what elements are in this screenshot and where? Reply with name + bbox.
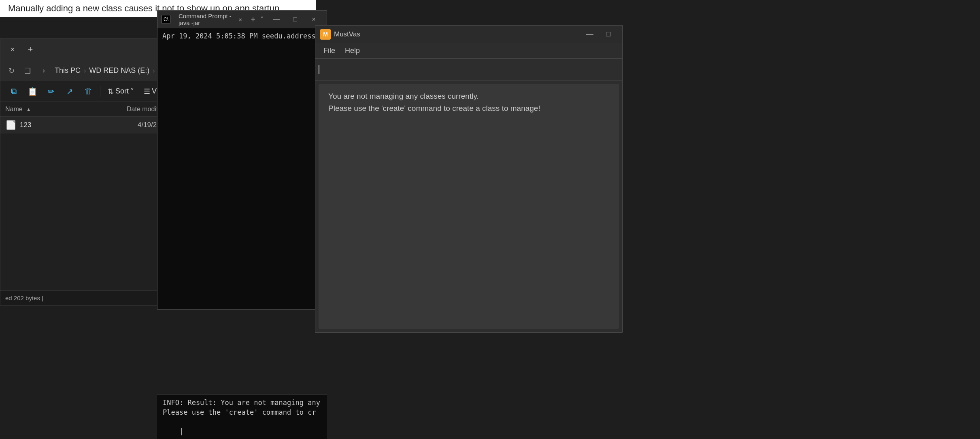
mustvas-titlebar: M MustVas — □ [315, 25, 622, 43]
close-icon: × [312, 16, 315, 23]
cmd-dropdown-icon: ˅ [260, 16, 264, 23]
cmd-tab[interactable]: Command Prompt - java -jar × [174, 11, 249, 28]
cmd-bottom-cursor: | [163, 418, 321, 439]
cmd-tab-title: Command Prompt - java -jar [179, 13, 235, 26]
cmd-close-tab-button[interactable]: × [237, 15, 244, 24]
view-icon: ☰ [144, 87, 150, 96]
mustvas-content-area: You are not managing any classes current… [319, 84, 619, 329]
toolbar-paste-button[interactable]: 📋 [24, 83, 41, 100]
nav-up-button[interactable]: ❑ [21, 64, 34, 78]
cmd-window: C\ Command Prompt - java -jar × + ˅ — □ … [157, 10, 327, 310]
name-col-label: Name [5, 106, 23, 112]
mustvas-message-line1: You are not managing any classes current… [328, 92, 609, 101]
nav-icon: ❑ [24, 66, 31, 75]
cmd-titlebar: C\ Command Prompt - java -jar × + ˅ — □ … [157, 11, 327, 28]
mustvas-window: M MustVas — □ File Help You are not mana… [315, 25, 623, 333]
sort-label: Sort [115, 87, 129, 95]
mustvas-input-area [315, 59, 622, 81]
copy-to-icon: ⧉ [11, 87, 17, 96]
file-type-icon [5, 119, 17, 131]
cmd-new-tab-icon: + [251, 15, 255, 24]
cmd-cursor-icon: | [179, 427, 183, 435]
file-name-cell: 123 [20, 121, 138, 129]
toolbar-copy-to-button[interactable]: ⧉ [5, 83, 22, 100]
maximize-icon: □ [606, 30, 611, 38]
close-icon: × [11, 45, 15, 54]
refresh-icon: ↻ [9, 66, 15, 75]
minimize-icon: — [273, 16, 280, 23]
cmd-close-tab-icon: × [238, 16, 242, 23]
nav-forward-button[interactable]: › [37, 64, 51, 78]
toolbar-sort-button[interactable]: ⇅ Sort ˅ [104, 83, 138, 100]
cmd-window-controls: — □ × [268, 12, 323, 27]
add-tab-icon: + [28, 44, 33, 55]
cmd-maximize-button[interactable]: □ [286, 12, 304, 27]
file-explorer-close-button[interactable]: × [5, 42, 20, 57]
mustvas-command-input[interactable] [319, 64, 619, 75]
mustvas-window-controls: — □ [581, 27, 617, 42]
cmd-content: Apr 19, 2024 5:05:38 PM seedu.address [157, 28, 327, 309]
forward-icon: › [43, 66, 45, 75]
mustvas-maximize-button[interactable]: □ [599, 27, 617, 42]
breadcrumb-sep-1: › [84, 67, 86, 74]
cmd-minimize-button[interactable]: — [268, 12, 285, 27]
cmd-new-tab-button[interactable]: + [249, 13, 257, 25]
sort-chevron-icon: ˅ [130, 87, 134, 96]
toolbar-divider [100, 86, 100, 97]
mustvas-title: MustVas [334, 30, 581, 38]
maximize-icon: □ [293, 16, 297, 23]
toolbar-delete-button[interactable]: 🗑 [80, 83, 97, 100]
breadcrumb-sep-2: › [153, 67, 155, 74]
toolbar-share-button[interactable]: ↗ [61, 83, 78, 100]
col-name-header[interactable]: Name ▲ [5, 106, 127, 113]
breadcrumb-wd-red[interactable]: WD RED NAS (E:) [87, 66, 151, 76]
rename-icon: ✏ [48, 87, 55, 96]
sort-arrow-icon: ▲ [26, 106, 31, 112]
sort-icon: ⇅ [108, 87, 114, 96]
mustvas-menu-bar: File Help [315, 43, 622, 59]
share-icon: ↗ [66, 87, 73, 96]
mustvas-minimize-button[interactable]: — [581, 27, 599, 42]
cmd-app-icon: C\ [162, 15, 170, 24]
cmd-bottom-line1: INFO: Result: You are not managing any [163, 398, 321, 408]
file-explorer-add-tab-button[interactable]: + [23, 42, 38, 57]
menu-item-help[interactable]: Help [340, 45, 365, 57]
json-file-icon [6, 120, 15, 130]
breadcrumb-this-pc[interactable]: This PC [53, 66, 82, 76]
paste-icon: 📋 [28, 87, 38, 96]
nav-refresh-button[interactable]: ↻ [4, 64, 18, 78]
cmd-dropdown-button[interactable]: ˅ [257, 14, 266, 25]
cmd-bottom-output: INFO: Result: You are not managing any P… [157, 394, 327, 439]
cmd-close-button[interactable]: × [305, 12, 323, 27]
mustvas-app-icon: M [320, 29, 331, 40]
cmd-bottom-line2: Please use the 'create' command to cr [163, 408, 321, 418]
toolbar-rename-button[interactable]: ✏ [43, 83, 60, 100]
status-text: ed 202 bytes | [5, 295, 43, 301]
cmd-output-line1: Apr 19, 2024 5:05:38 PM seedu.address [162, 32, 322, 41]
menu-item-file[interactable]: File [319, 45, 340, 57]
delete-icon: 🗑 [84, 87, 92, 96]
minimize-icon: — [586, 30, 593, 38]
mustvas-message-line2: Please use the 'create' command to creat… [328, 104, 609, 113]
